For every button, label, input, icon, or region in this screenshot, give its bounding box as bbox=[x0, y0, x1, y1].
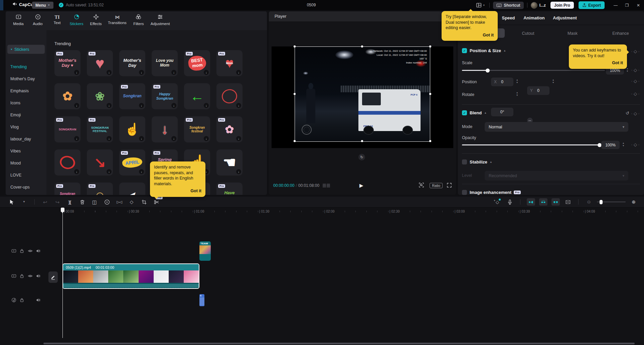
tab-media[interactable]: Media bbox=[11, 14, 26, 26]
playhead-line[interactable] bbox=[62, 208, 63, 338]
sidebar-item-stickers[interactable]: ▼ Stickers bbox=[7, 45, 45, 54]
tab-stickers[interactable]: Stickers bbox=[69, 14, 84, 26]
split-view-icon[interactable] bbox=[564, 198, 572, 206]
blend-mode-dropdown[interactable]: Normal ▼ bbox=[485, 122, 628, 132]
minimize-button[interactable]: — bbox=[610, 0, 621, 10]
sidebar-item-emphasis[interactable]: Emphasis bbox=[10, 87, 45, 95]
position-x-field[interactable]: X 0 bbox=[491, 78, 513, 86]
microphone-icon[interactable] bbox=[505, 198, 514, 206]
audio-clip[interactable]: fi bbox=[199, 294, 204, 306]
sticker-tile-red-scribble-circle[interactable]: ↓ bbox=[54, 149, 80, 176]
blend-checkbox[interactable]: ✓ bbox=[462, 110, 467, 115]
layout-button[interactable]: ▼ bbox=[475, 1, 486, 9]
subtab-cutout[interactable]: Cutout bbox=[522, 31, 534, 36]
speed-icon[interactable] bbox=[103, 198, 111, 206]
download-icon[interactable]: ↓ bbox=[236, 136, 241, 141]
stabilize-checkbox[interactable]: ✓ bbox=[462, 159, 467, 164]
selection-handle[interactable] bbox=[429, 45, 431, 47]
track2-lock-icon[interactable] bbox=[19, 273, 25, 279]
track3-audio-icon[interactable] bbox=[11, 297, 17, 303]
tab-effects[interactable]: Effects bbox=[89, 14, 103, 26]
mirror-icon[interactable]: ▷◁ bbox=[115, 198, 124, 206]
tab-speed[interactable]: Speed bbox=[502, 15, 515, 20]
selection-handle[interactable] bbox=[294, 93, 296, 95]
sticker-tile-crayon-heart[interactable]: ♥Pro↓ bbox=[87, 50, 113, 76]
rotate-keyframe[interactable]: ‹◇› bbox=[631, 91, 639, 96]
fit-button[interactable] bbox=[419, 182, 424, 189]
download-icon[interactable]: ↓ bbox=[139, 103, 144, 108]
download-icon[interactable]: ↓ bbox=[236, 103, 241, 108]
sticker-tile-green-leaves[interactable]: ❀↓ bbox=[87, 83, 113, 109]
join-pro-button[interactable]: Join Pro bbox=[550, 2, 574, 9]
download-icon[interactable]: ↓ bbox=[74, 169, 79, 174]
edit-clip-button[interactable] bbox=[48, 271, 58, 283]
restore-button[interactable]: ❐ bbox=[621, 0, 633, 10]
collapse-icon[interactable]: ▲ bbox=[503, 49, 506, 52]
sticker-tile-red-down-arrow[interactable]: ↓↓ bbox=[152, 116, 178, 142]
sidebar-item-mood[interactable]: Mood bbox=[10, 159, 45, 167]
download-icon[interactable]: ↓ bbox=[107, 70, 112, 75]
download-icon[interactable]: ↓ bbox=[236, 70, 241, 75]
fullscreen-button[interactable] bbox=[447, 183, 452, 189]
sticker-tile-best-mom[interactable]: BEST momPro↓ bbox=[184, 50, 210, 76]
delete-icon[interactable] bbox=[78, 198, 87, 206]
selection-handle[interactable] bbox=[429, 93, 431, 95]
download-icon[interactable]: ↓ bbox=[107, 136, 112, 141]
download-icon[interactable]: ↓ bbox=[204, 103, 209, 108]
download-icon[interactable]: ↓ bbox=[107, 169, 112, 174]
sticker-tile-happy-songkran[interactable]: Happy SongkranPro↓ bbox=[152, 83, 178, 109]
zoom-in-icon[interactable]: ⊕ bbox=[629, 198, 638, 206]
preview-canvas[interactable]: PCP 4 PRO 10 Network: Oct 11, 2022 12:54… bbox=[272, 46, 453, 148]
link-clips-icon[interactable] bbox=[551, 198, 560, 206]
position-size-keyframe[interactable]: ‹◇› bbox=[631, 49, 639, 54]
freeze-frame-icon[interactable]: ◫ bbox=[90, 198, 99, 206]
split-icon[interactable]: ][ bbox=[65, 198, 74, 206]
sticker-tile-girl-songkran[interactable]: ✿Pro↓ bbox=[216, 116, 243, 142]
selection-handle[interactable] bbox=[361, 140, 363, 142]
sticker-tile-cartoon-boy[interactable]: ☺Pro↓ bbox=[87, 183, 113, 195]
track1-eye-icon[interactable] bbox=[27, 248, 33, 254]
scale-keyframe[interactable]: ‹◇› bbox=[631, 68, 639, 73]
close-button[interactable]: ✕ bbox=[633, 0, 644, 10]
image-enhancement-checkbox[interactable]: ✓ bbox=[462, 190, 467, 195]
sticker-tile-have-fun[interactable]: Have fun!!Pro↓ bbox=[216, 183, 243, 195]
track3-lock-icon[interactable] bbox=[19, 297, 25, 303]
add-keyframe-icon[interactable]: ◇+ bbox=[493, 198, 502, 206]
tab-adjustment[interactable]: Adjustment bbox=[151, 14, 170, 26]
opacity-stepper[interactable]: ▲▼ bbox=[622, 142, 624, 147]
sticker-tile-songkran-elephant[interactable]: SONGKRANPro↓ bbox=[54, 116, 80, 142]
chevron-down-icon[interactable]: ▼ bbox=[20, 198, 28, 206]
play-button[interactable]: ▶ bbox=[359, 183, 363, 188]
horizontal-scrollbar[interactable] bbox=[43, 343, 635, 344]
selection-handle[interactable] bbox=[361, 45, 363, 47]
sticker-tile-red-curved-arrow[interactable]: ↘↓ bbox=[87, 149, 113, 176]
video-frame[interactable]: PCP 4 PRO 10 Network: Oct 11, 2022 12:54… bbox=[295, 46, 430, 142]
collapse-icon[interactable]: ▲ bbox=[490, 160, 492, 163]
frame-view-icon[interactable] bbox=[323, 184, 330, 188]
sidebar-item-trending[interactable]: Trending bbox=[10, 63, 45, 71]
tab-text[interactable]: TIText bbox=[50, 15, 64, 25]
playhead-handle[interactable] bbox=[61, 208, 64, 212]
export-button[interactable]: Export bbox=[579, 1, 605, 9]
tab-audio[interactable]: Audio bbox=[30, 14, 45, 26]
track1-video-icon[interactable] bbox=[11, 248, 17, 254]
cursor-icon[interactable] bbox=[7, 198, 16, 206]
rotate-icon[interactable]: ◇ bbox=[127, 198, 136, 206]
sticker-tile-tap-gesture[interactable]: ☝↓ bbox=[119, 116, 145, 142]
position-keyframe[interactable]: ‹◇› bbox=[631, 79, 639, 84]
scale-stepper[interactable]: ▲▼ bbox=[626, 68, 628, 72]
tab-adjustment[interactable]: Adjustment bbox=[553, 15, 577, 20]
selection-handle[interactable] bbox=[294, 140, 296, 142]
got-it-button[interactable]: Got it bbox=[154, 188, 201, 194]
tab-transitions[interactable]: ⋈Transitions bbox=[108, 15, 127, 25]
timeline-ruler[interactable]: | 00:00| 00:30| 01:00| 01:30| 02:00| 02:… bbox=[50, 208, 644, 216]
download-icon[interactable]: ↓ bbox=[171, 136, 176, 141]
sidebar-item-mother-s-day[interactable]: Mother's Day bbox=[10, 75, 45, 83]
sticker-tile-april-burst[interactable]: APRILPro↓ bbox=[119, 149, 145, 176]
selection-handle[interactable] bbox=[429, 140, 431, 142]
download-icon[interactable]: ↓ bbox=[171, 103, 176, 108]
zoom-out-icon[interactable]: ⊖ bbox=[585, 198, 593, 206]
download-icon[interactable]: ↓ bbox=[74, 136, 79, 141]
avatar[interactable] bbox=[531, 2, 537, 9]
sticker-tile-songkran-script[interactable]: SongkranPro↓ bbox=[119, 83, 145, 109]
